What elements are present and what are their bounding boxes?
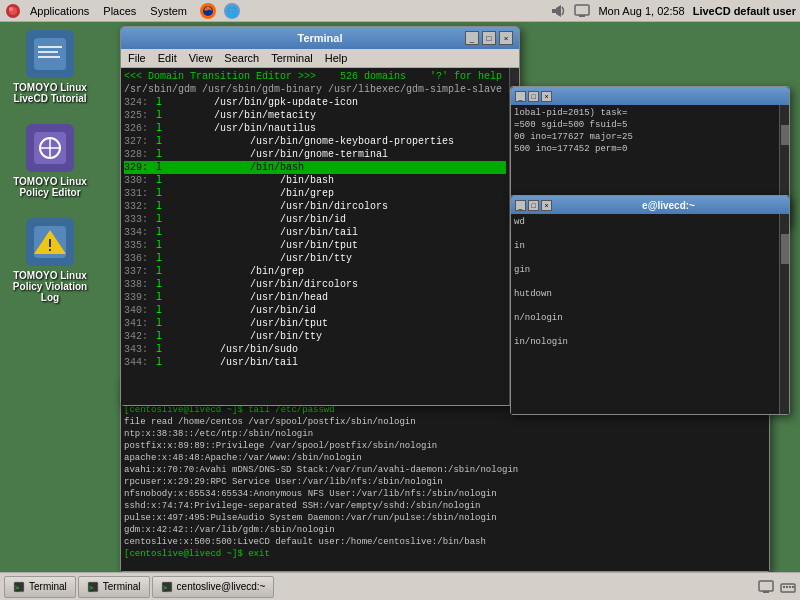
line-337: 337:l /bin/grep: [124, 265, 506, 278]
small-line-4: 500 ino=177452 perm=0: [514, 143, 776, 155]
tutorial-icon-label: TOMOYO Linux LiveCD Tutorial: [13, 82, 87, 104]
terminal-small-titlebar: _ □ ×: [511, 87, 789, 105]
close-btn[interactable]: ×: [499, 31, 513, 45]
terminal-mid-prompt: e@livecd:~: [552, 200, 785, 211]
terminal-mid-controls[interactable]: _ □ ×: [515, 200, 552, 211]
terminal-icon-3: >_: [161, 581, 173, 593]
desktop-icon-violation-log[interactable]: TOMOYO Linux Policy Violation Log: [10, 218, 90, 303]
menu-system[interactable]: System: [146, 3, 191, 19]
terminal-path-line: /sr/sbin/gdm /usr/sbin/gdm-binary /usr/l…: [124, 83, 506, 96]
svg-marker-8: [556, 5, 561, 17]
taskbar-terminal-1[interactable]: >_ Terminal: [4, 576, 76, 598]
desktop-icon-area: TOMOYO Linux LiveCD Tutorial TOMOYO Linu…: [10, 30, 90, 303]
taskbar-terminal-2[interactable]: >_ Terminal: [78, 576, 150, 598]
mid-minimize-btn[interactable]: _: [515, 200, 526, 211]
taskbar-terminal-2-label: Terminal: [103, 581, 141, 592]
mid-line-nologin2: in/nologin: [514, 336, 776, 348]
svg-rect-27: [759, 581, 773, 591]
taskbar-centoslive[interactable]: >_ centoslive@livecd:~: [152, 576, 275, 598]
top-menu[interactable]: Applications Places System: [26, 3, 191, 19]
line-328: 328:l /usr/bin/gnome-terminal: [124, 148, 506, 161]
svg-rect-12: [38, 46, 62, 48]
maximize-btn[interactable]: □: [482, 31, 496, 45]
line-340: 340:l /usr/bin/id: [124, 304, 506, 317]
line-344: 344:l /usr/bin/tail: [124, 356, 506, 369]
gnome-logo: [4, 2, 22, 20]
bot-line-4: ntp:x:38:38::/etc/ntp:/sbin/nologin: [124, 428, 766, 440]
editor-icon-label: TOMOYO Linux Policy Editor: [13, 176, 87, 198]
bot-line-10: sshd:x:74:74:Privilege-separated SSH:/va…: [124, 500, 766, 512]
taskbar: >_ Terminal >_ Terminal >_ centoslive@li…: [0, 572, 800, 600]
terminal-main-controls[interactable]: _ □ ×: [465, 31, 513, 45]
tutorial-icon-img: [30, 34, 70, 74]
line-338: 338:l /usr/bin/dircolors: [124, 278, 506, 291]
menu-places[interactable]: Places: [99, 3, 140, 19]
bot-line-8: rpcuser:x:29:29:RPC Service User:/var/li…: [124, 476, 766, 488]
bot-line-5: postfix:x:89:89::Privilege /var/spool/po…: [124, 440, 766, 452]
volume-icon[interactable]: [550, 3, 566, 19]
desktop-icon-editor[interactable]: TOMOYO Linux Policy Editor: [10, 124, 90, 198]
terminal-mid-scrollbar[interactable]: [779, 214, 789, 414]
terminal-mid-content[interactable]: wd in gin hutdown n/nologin in/nologin: [511, 214, 779, 414]
taskbar-keyboard-icon: [780, 579, 796, 595]
line-327: 327:l /usr/bin/gnome-keyboard-properties: [124, 135, 506, 148]
small-minimize-btn[interactable]: _: [515, 91, 526, 102]
svg-rect-28: [763, 591, 769, 593]
svg-rect-20: [49, 249, 51, 251]
line-332: 332:l /usr/bin/dircolors: [124, 200, 506, 213]
svg-rect-13: [38, 51, 58, 53]
small-maximize-btn[interactable]: □: [528, 91, 539, 102]
line-329-highlight: 329:l /bin/bash: [124, 161, 506, 174]
menu-edit[interactable]: Edit: [155, 51, 180, 65]
minimize-btn[interactable]: _: [465, 31, 479, 45]
svg-rect-32: [789, 586, 791, 588]
terminal-main-titlebar: Terminal _ □ ×: [121, 27, 519, 49]
terminal-small-controls[interactable]: _ □ ×: [515, 91, 552, 102]
mid-line-blank4: [514, 300, 776, 312]
mid-line-hutdown: hutdown: [514, 288, 776, 300]
line-326: 326:l /usr/bin/nautilus: [124, 122, 506, 135]
line-336: 336:l /usr/bin/tty: [124, 252, 506, 265]
menu-search[interactable]: Search: [221, 51, 262, 65]
menu-applications[interactable]: Applications: [26, 3, 93, 19]
bot-line-15: [124, 560, 766, 571]
taskbar-display-icon: [758, 579, 774, 595]
line-335: 335:l /usr/bin/tput: [124, 239, 506, 252]
bot-line-9: nfsnobody:x:65534:65534:Anonymous NFS Us…: [124, 488, 766, 500]
mid-close-btn[interactable]: ×: [541, 200, 552, 211]
mid-line-wd: wd: [514, 216, 776, 228]
svg-text:>_: >_: [163, 584, 172, 592]
terminal-main-content[interactable]: <<< Domain Transition Editor >>> 526 dom…: [121, 68, 509, 405]
menu-view[interactable]: View: [186, 51, 216, 65]
violation-log-icon-label: TOMOYO Linux Policy Violation Log: [10, 270, 90, 303]
menu-help[interactable]: Help: [322, 51, 351, 65]
line-341: 341:l /usr/bin/tput: [124, 317, 506, 330]
top-menubar: Applications Places System 🌐 Mon Aug 1, …: [0, 0, 800, 22]
desktop-icon-tutorial[interactable]: TOMOYO Linux LiveCD Tutorial: [10, 30, 90, 104]
svg-text:>_: >_: [15, 584, 24, 592]
mid-scrollbar-thumb[interactable]: [781, 234, 789, 264]
terminal-main-menubar[interactable]: File Edit View Search Terminal Help: [121, 49, 519, 68]
menu-file[interactable]: File: [125, 51, 149, 65]
svg-rect-30: [783, 586, 785, 588]
mid-maximize-btn[interactable]: □: [528, 200, 539, 211]
bot-line-13: centoslive:x:500:500:LiveCD default user…: [124, 536, 766, 548]
taskbar-centoslive-label: centoslive@livecd:~: [177, 581, 266, 592]
mid-line-blank2: [514, 252, 776, 264]
bot-line-7: avahi:x:70:70:Avahi mDNS/DNS-SD Stack:/v…: [124, 464, 766, 476]
clock: Mon Aug 1, 02:58: [598, 5, 684, 17]
small-close-btn[interactable]: ×: [541, 91, 552, 102]
small-line-2: =500 sgid=500 fsuid=5: [514, 119, 776, 131]
bot-line-14: [centoslive@livecd ~]$ exit: [124, 548, 766, 560]
menu-terminal[interactable]: Terminal: [268, 51, 316, 65]
svg-rect-31: [786, 586, 788, 588]
display-icon[interactable]: [574, 3, 590, 19]
firefox-icon[interactable]: [199, 2, 217, 20]
line-334: 334:l /usr/bin/tail: [124, 226, 506, 239]
taskbar-terminal-1-label: Terminal: [29, 581, 67, 592]
small-scrollbar-thumb[interactable]: [781, 125, 789, 145]
line-325: 325:l /usr/bin/metacity: [124, 109, 506, 122]
svg-rect-10: [579, 15, 585, 17]
network-icon[interactable]: 🌐: [223, 2, 241, 20]
svg-rect-9: [575, 5, 589, 15]
